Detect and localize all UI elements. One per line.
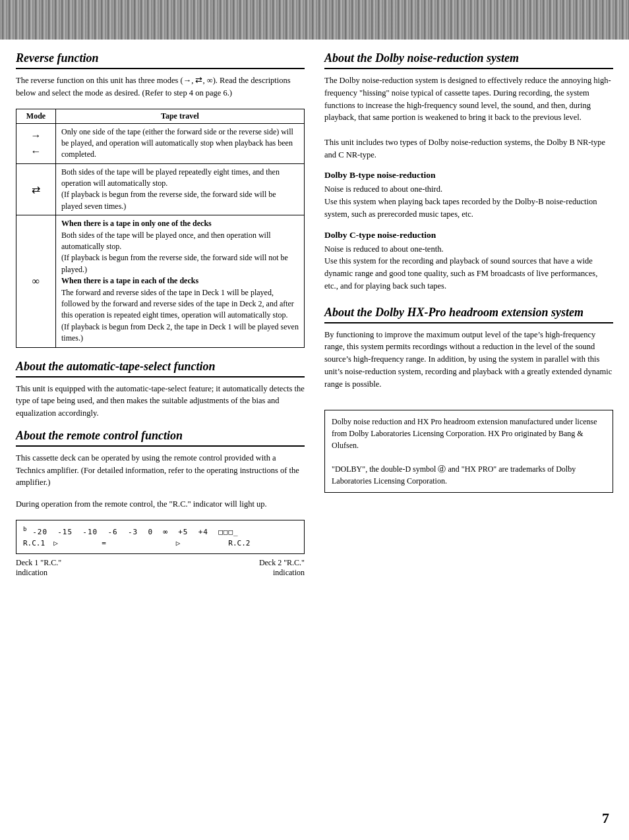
auto-tape-select-title: About the automatic-tape-select function (16, 360, 305, 378)
mode-symbol-2: ⇄ (16, 163, 56, 215)
reverse-function-table: Mode Tape travel →← Only one side of the… (16, 109, 305, 348)
left-column: Reverse function The reverse function on… (16, 51, 305, 578)
bold-label-2: When there is a tape in each of the deck… (61, 276, 198, 285)
dolby-c-subsection: Dolby C-type noise-reduction Noise is re… (324, 230, 613, 293)
rc-labels: Deck 1 "R.C."indication Deck 2 "R.C."ind… (16, 558, 305, 578)
dolby-noise-section: About the Dolby noise-reduction system T… (324, 51, 613, 293)
right-column: About the Dolby noise-reduction system T… (324, 51, 613, 578)
reverse-function-title: Reverse function (16, 51, 305, 69)
notice-text: Dolby noise reduction and HX Pro headroo… (332, 416, 606, 487)
remote-control-body1: This cassette deck can be operated by us… (16, 452, 305, 489)
dolby-hx-title: About the Dolby HX-Pro headroom extensio… (324, 306, 613, 323)
header-banner (0, 0, 629, 40)
dolby-hx-section: About the Dolby HX-Pro headroom extensio… (324, 306, 613, 391)
table-header-mode: Mode (16, 109, 56, 123)
auto-tape-select-body: This unit is equipped with the automatic… (16, 383, 305, 420)
notice-box: Dolby noise reduction and HX Pro headroo… (324, 410, 613, 493)
dolby-hx-body: By functioning to improve the maximum ou… (324, 329, 613, 391)
table-header-tape-travel: Tape travel (56, 109, 305, 123)
dolby-c-title: Dolby C-type noise-reduction (324, 230, 613, 240)
remote-control-section: About the remote control function This c… (16, 429, 305, 578)
reverse-function-intro: The reverse function on this unit has th… (16, 74, 305, 99)
rc-diagram-line2: R.C.1 ▷ = ▷ R.C.2 (23, 538, 297, 549)
table-row: →← Only one side of the tape (either the… (16, 123, 305, 163)
remote-control-body2: During operation from the remote control… (16, 498, 305, 511)
dolby-noise-title: About the Dolby noise-reduction system (324, 51, 613, 69)
mode-symbol-1: →← (16, 123, 56, 163)
dolby-b-subsection: Dolby B-type noise-reduction Noise is re… (324, 170, 613, 220)
table-row: ⇄ Both sides of the tape will be played … (16, 163, 305, 215)
rc-label-right: Deck 2 "R.C."indication (259, 558, 305, 578)
mode-desc-2: Both sides of the tape will be played re… (56, 163, 305, 215)
dolby-noise-body: The Dolby noise-reduction system is desi… (324, 74, 613, 161)
table-row: ∞ When there is a tape in only one of th… (16, 215, 305, 347)
reverse-function-section: Reverse function The reverse function on… (16, 51, 305, 348)
mode-desc-3: When there is a tape in only one of the … (56, 215, 305, 347)
mode-desc-1: Only one side of the tape (either the fo… (56, 123, 305, 163)
auto-tape-select-section: About the automatic-tape-select function… (16, 360, 305, 420)
dolby-b-title: Dolby B-type noise-reduction (324, 170, 613, 181)
rc-diagram-line1: b -20 -15 -10 -6 -3 0 ∞ +5 +4 □□□_ (23, 524, 297, 538)
bold-label-1: When there is a tape in only one of the … (61, 219, 212, 228)
rc-diagram: b -20 -15 -10 -6 -3 0 ∞ +5 +4 □□□_ R.C.1… (16, 520, 305, 554)
dolby-b-body: Noise is reduced to about one-third. Use… (324, 183, 613, 220)
rc-label-left: Deck 1 "R.C."indication (16, 558, 61, 578)
dolby-c-body: Noise is reduced to about one-tenth. Use… (324, 243, 613, 293)
remote-control-title: About the remote control function (16, 429, 305, 447)
page-number: 7 (602, 810, 609, 827)
mode-symbol-3: ∞ (16, 215, 56, 347)
